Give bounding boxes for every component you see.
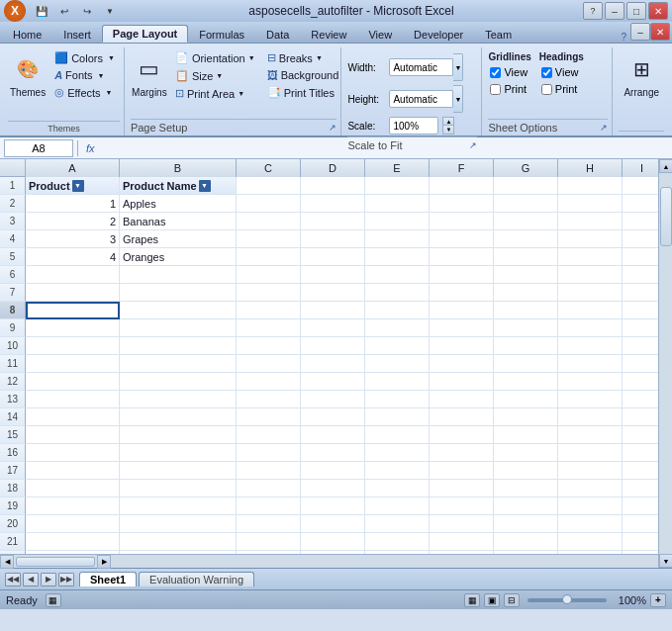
tab-developer[interactable]: Developer <box>403 26 474 43</box>
themes-button[interactable]: 🎨 Themes <box>8 49 48 102</box>
cell-f2[interactable] <box>430 195 494 213</box>
cell-f6[interactable] <box>430 266 494 284</box>
fonts-button[interactable]: A Fonts ▼ <box>49 67 120 83</box>
cell-f7[interactable] <box>430 284 494 302</box>
cell-d8[interactable] <box>301 302 365 319</box>
vertical-scrollbar[interactable]: ▲ ▼ <box>658 177 672 554</box>
minimize-btn[interactable]: – <box>605 2 624 20</box>
cell-a7[interactable] <box>26 284 120 302</box>
cell-e3[interactable] <box>365 213 430 230</box>
cell-h7[interactable] <box>558 284 623 302</box>
effects-button[interactable]: ◎ Effects ▼ <box>49 84 120 101</box>
height-dropdown-arrow[interactable]: ▼ <box>453 85 463 113</box>
cell-e7[interactable] <box>365 284 430 302</box>
cell-c2[interactable] <box>237 195 301 213</box>
sheet-nav-first[interactable]: ◀◀ <box>5 573 21 586</box>
cell-a6[interactable] <box>26 266 120 284</box>
ribbon-minimize-btn[interactable]: – <box>630 23 650 41</box>
cell-g1[interactable] <box>494 177 558 195</box>
cell-g4[interactable] <box>494 230 558 248</box>
cell-d1[interactable] <box>301 177 365 195</box>
tab-insert[interactable]: Insert <box>52 26 102 43</box>
cell-c6[interactable] <box>237 266 301 284</box>
scale-spinner[interactable]: 100% <box>389 117 438 135</box>
cell-a8[interactable] <box>26 302 120 319</box>
cell-b4[interactable]: Grapes <box>120 230 237 248</box>
cell-b6[interactable] <box>120 266 237 284</box>
cell-c5[interactable] <box>237 248 301 266</box>
cell-e1[interactable] <box>365 177 430 195</box>
cell-e6[interactable] <box>365 266 430 284</box>
cell-b2[interactable]: Apples <box>120 195 237 213</box>
h-scroll-right-btn[interactable]: ▶ <box>97 555 111 569</box>
headings-view-checkbox[interactable] <box>541 67 552 78</box>
tab-review[interactable]: Review <box>300 26 357 43</box>
cell-e2[interactable] <box>365 195 430 213</box>
sheet-tab-evaluation-warning[interactable]: Evaluation Warning <box>139 572 254 586</box>
cell-c8[interactable] <box>237 302 301 319</box>
scale-down-btn[interactable]: ▼ <box>442 126 454 135</box>
view-layout-btn[interactable]: ▣ <box>484 593 500 607</box>
horizontal-scrollbar[interactable]: ◀ ▶ <box>0 554 672 568</box>
cell-b7[interactable] <box>120 284 237 302</box>
scale-up-btn[interactable]: ▲ <box>442 117 454 126</box>
redo-quick-btn[interactable]: ↪ <box>77 2 97 20</box>
tab-data[interactable]: Data <box>255 26 300 43</box>
width-dropdown-arrow[interactable]: ▼ <box>453 53 463 81</box>
cell-h5[interactable] <box>558 248 623 266</box>
cell-h8[interactable] <box>558 302 623 319</box>
cell-i7[interactable] <box>623 284 662 302</box>
cell-g8[interactable] <box>494 302 558 319</box>
restore-btn[interactable]: □ <box>626 2 646 20</box>
height-value[interactable]: Automatic <box>389 90 453 108</box>
tab-formulas[interactable]: Formulas <box>188 26 255 43</box>
cell-a4[interactable]: 3 <box>26 230 120 248</box>
view-normal-btn[interactable]: ▦ <box>464 593 480 607</box>
zoom-slider[interactable] <box>528 598 607 602</box>
zoom-slider-thumb[interactable] <box>562 594 572 604</box>
cell-b1[interactable]: Product Name ▼ <box>120 177 237 195</box>
cell-h6[interactable] <box>558 266 623 284</box>
undo-quick-btn[interactable]: ↩ <box>54 2 74 20</box>
colors-button[interactable]: 🟦 Colors ▼ <box>49 49 120 66</box>
cell-i2[interactable] <box>623 195 662 213</box>
cell-a2[interactable]: 1 <box>26 195 120 213</box>
cell-f5[interactable] <box>430 248 494 266</box>
cell-a5[interactable]: 4 <box>26 248 120 266</box>
sheet-nav-prev[interactable]: ◀ <box>23 573 39 586</box>
background-button[interactable]: 🖼 Background <box>262 67 344 83</box>
cell-h1[interactable] <box>558 177 623 195</box>
cell-c7[interactable] <box>237 284 301 302</box>
cell-c4[interactable] <box>237 230 301 248</box>
cell-i5[interactable] <box>623 248 662 266</box>
sheet-tab-sheet1[interactable]: Sheet1 <box>79 572 137 586</box>
h-scroll-thumb[interactable] <box>16 557 95 567</box>
cell-i1[interactable] <box>623 177 662 195</box>
view-break-btn[interactable]: ⊟ <box>504 593 520 607</box>
cell-d7[interactable] <box>301 284 365 302</box>
cell-g7[interactable] <box>494 284 558 302</box>
sheet-nav-last[interactable]: ▶▶ <box>58 573 74 586</box>
cell-h2[interactable] <box>558 195 623 213</box>
scroll-thumb[interactable] <box>660 187 672 246</box>
cell-e5[interactable] <box>365 248 430 266</box>
gridlines-view-checkbox[interactable] <box>490 67 501 78</box>
tab-page-layout[interactable]: Page Layout <box>102 25 188 43</box>
cell-g5[interactable] <box>494 248 558 266</box>
page-setup-dialog-btn[interactable]: ↗ <box>329 123 336 133</box>
cell-f1[interactable] <box>430 177 494 195</box>
close-btn[interactable]: ✕ <box>648 2 668 20</box>
cell-b5[interactable]: Oranges <box>120 248 237 266</box>
filter-arrow-a1[interactable]: ▼ <box>72 180 84 192</box>
zoom-in-btn[interactable]: + <box>650 593 666 607</box>
size-button[interactable]: 📋 Size ▼ <box>170 67 260 84</box>
cell-g2[interactable] <box>494 195 558 213</box>
cell-h3[interactable] <box>558 213 623 230</box>
print-area-button[interactable]: ⊡ Print Area ▼ <box>170 85 260 102</box>
help-btn[interactable]: ? <box>583 2 603 20</box>
quick-access-arrow[interactable]: ▼ <box>100 2 120 20</box>
cell-f3[interactable] <box>430 213 494 230</box>
cell-g6[interactable] <box>494 266 558 284</box>
save-quick-btn[interactable]: 💾 <box>32 2 51 20</box>
status-icon-page[interactable]: ▦ <box>46 593 61 607</box>
